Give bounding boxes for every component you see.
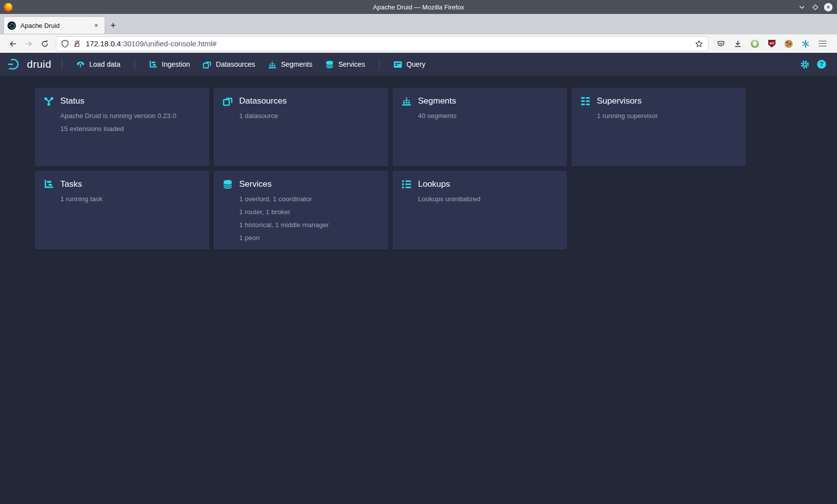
nav-divider (135, 59, 135, 70)
nav-label: Datasources (216, 60, 255, 68)
window-title: Apache Druid — Mozilla Firefox (0, 3, 837, 11)
card-title: Datasources (239, 96, 286, 106)
menu-hamburger-icon[interactable] (815, 36, 830, 51)
properties-list-icon (402, 179, 412, 189)
window-maximize-icon[interactable] (811, 2, 820, 11)
card-line: 1 peon (239, 232, 379, 245)
forward-button[interactable] (21, 36, 37, 52)
double-list-icon (580, 96, 590, 106)
card-line: Apache Druid is running version 0.23.0 (60, 110, 200, 123)
card-lookups[interactable]: Lookups Lookups uninitialized (393, 171, 567, 250)
multi-panel-icon (223, 96, 233, 106)
card-services[interactable]: Services 1 overlord, 1 coordinator 1 rou… (214, 171, 388, 250)
nav-query[interactable]: Query (394, 60, 425, 69)
insecure-lock-icon[interactable] (73, 40, 81, 48)
gantt-chart-icon (149, 60, 157, 69)
card-title: Tasks (60, 179, 82, 189)
tab-bar: Apache Druid × + (0, 14, 837, 34)
card-title: Segments (418, 96, 456, 106)
card-supervisors[interactable]: Supervisors 1 running supervisor (571, 88, 746, 166)
help-button[interactable]: ? (817, 60, 826, 69)
card-datasources[interactable]: Datasources 1 datasource (214, 88, 388, 166)
tracking-shield-icon[interactable] (61, 40, 69, 48)
ublock-origin-icon[interactable]: uO (764, 36, 779, 51)
database-icon (325, 60, 334, 69)
status-card-grid: Status Apache Druid is running version 0… (35, 88, 750, 250)
druid-favicon-icon (7, 21, 16, 30)
card-line: 1 running task (60, 193, 200, 206)
card-title: Services (239, 179, 272, 189)
card-line: 1 router, 1 broker (239, 206, 379, 219)
url-path: :30109/unified-console.html# (121, 39, 217, 48)
card-segments[interactable]: Segments 40 segments (393, 88, 567, 166)
card-line: Lookups uninitialized (418, 193, 558, 206)
nav-label: Load data (89, 60, 120, 68)
nav-services[interactable]: Services (325, 60, 365, 69)
bookmark-star-icon[interactable] (695, 40, 703, 48)
card-title: Status (60, 96, 84, 106)
druid-logo-text: druid (27, 58, 51, 70)
card-line: 40 segments (418, 110, 558, 123)
card-line: 1 running supervisor (597, 110, 737, 123)
nav-load-data[interactable]: Load data (76, 60, 120, 69)
card-title: Lookups (418, 179, 450, 189)
card-status[interactable]: Status Apache Druid is running version 0… (35, 88, 209, 166)
home-view: Status Apache Druid is running version 0… (0, 76, 837, 504)
card-line: 1 datasource (239, 110, 379, 123)
window-titlebar: Apache Druid — Mozilla Firefox × (0, 0, 837, 14)
tab-apache-druid[interactable]: Apache Druid × (4, 17, 105, 34)
extension-green-icon[interactable] (747, 36, 762, 51)
gantt-chart-icon (44, 179, 54, 189)
multi-panel-icon (203, 60, 211, 69)
card-line: 1 overlord, 1 coordinator (239, 193, 379, 206)
nav-datasources[interactable]: Datasources (203, 60, 255, 69)
card-line: 15 extensions loaded (60, 123, 200, 135)
nav-label: Segments (281, 60, 312, 68)
cookie-extension-icon[interactable] (781, 36, 796, 51)
window-close-button[interactable]: × (824, 3, 833, 11)
card-line: 1 historical, 1 middle manager (239, 219, 379, 232)
back-button[interactable] (5, 36, 21, 52)
nav-ingestion[interactable]: Ingestion (149, 60, 190, 69)
druid-logo[interactable]: druid (7, 58, 51, 71)
druid-logo-icon (7, 58, 23, 71)
extension-asterisk-icon[interactable] (798, 36, 813, 51)
new-tab-button[interactable]: + (105, 17, 122, 34)
upload-icon (76, 60, 85, 69)
graph-icon (44, 96, 54, 106)
reload-button[interactable] (37, 36, 53, 52)
browser-toolbar: 172.18.0.4 :30109/unified-console.html# … (0, 34, 837, 53)
druid-header: druid Load data Ingestion Datasources (0, 53, 837, 76)
tab-close-button[interactable]: × (91, 21, 101, 29)
card-tasks[interactable]: Tasks 1 running task (35, 171, 209, 250)
downloads-icon[interactable] (730, 36, 745, 51)
nav-label: Query (407, 60, 425, 68)
url-bar[interactable]: 172.18.0.4 :30109/unified-console.html# (56, 36, 708, 51)
window-minimize-icon[interactable] (797, 2, 806, 11)
nav-label: Ingestion (162, 60, 190, 68)
stacked-bar-chart-icon (268, 60, 277, 69)
pocket-icon[interactable] (713, 36, 728, 51)
nav-divider (62, 59, 62, 70)
stacked-bar-chart-icon (402, 96, 412, 106)
database-icon (223, 179, 233, 189)
nav-segments[interactable]: Segments (268, 60, 312, 69)
console-icon (394, 60, 402, 69)
settings-gear-icon[interactable] (800, 60, 810, 69)
nav-label: Services (338, 60, 365, 68)
tab-title: Apache Druid (20, 22, 91, 29)
url-host: 172.18.0.4 (86, 39, 121, 48)
card-title: Supervisors (597, 96, 642, 106)
nav-divider (379, 59, 380, 70)
